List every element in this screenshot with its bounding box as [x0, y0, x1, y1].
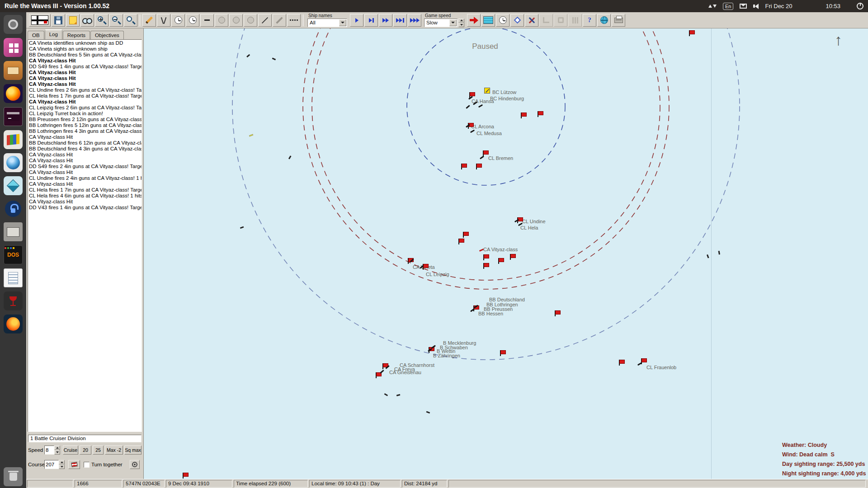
log-entry[interactable]: CA Vityaz-class Hit — [29, 181, 142, 187]
ship-flag-marker[interactable] — [476, 164, 482, 169]
log-entry[interactable]: CA Vityaz-class Hit — [29, 75, 142, 81]
ship-flag-marker[interactable] — [641, 358, 647, 364]
command-button-cruise[interactable]: Cruise — [63, 446, 78, 455]
text-editor-icon[interactable] — [4, 268, 23, 287]
clock-date[interactable]: Fri Dec 20 — [765, 3, 792, 9]
dropdown-button[interactable] — [449, 19, 457, 26]
binoculars-button[interactable] — [80, 14, 94, 27]
playonlinux-icon[interactable] — [4, 153, 23, 172]
clock-time[interactable]: 10:53 — [826, 3, 840, 9]
log-entry[interactable]: CL Undine fires 2 4in guns at CA Vityaz-… — [29, 175, 142, 181]
firefox-icon[interactable] — [4, 84, 23, 103]
zoom-default-button[interactable] — [124, 14, 137, 27]
save-button[interactable] — [52, 14, 65, 27]
ship-flag-marker[interactable] — [689, 30, 695, 36]
log-entry[interactable]: CA Vineta sights an unknown ship — [29, 46, 142, 52]
nation-flag-button[interactable] — [29, 14, 51, 27]
ship-flag-marker[interactable] — [183, 473, 189, 479]
signal-book-button[interactable] — [510, 14, 524, 27]
window-icon[interactable] — [4, 222, 23, 241]
ship-flag-marker[interactable] — [458, 239, 465, 244]
ship-label[interactable]: CL Medusa — [476, 131, 502, 136]
clock-button-2[interactable] — [186, 14, 199, 27]
range-circle-button-3[interactable] — [244, 14, 257, 27]
ship-flag-marker[interactable] — [521, 113, 527, 118]
log-entry[interactable]: CA Vityaz-class Hit — [29, 152, 142, 158]
spin-down-icon[interactable] — [59, 465, 65, 469]
dosbox-icon[interactable]: DOS — [4, 245, 23, 264]
turn-together-checkbox[interactable] — [84, 462, 90, 468]
zoom-in-button[interactable] — [95, 14, 108, 27]
ship-flag-marker[interactable] — [483, 150, 489, 156]
log-entry[interactable]: CA Vityaz-class Hit — [29, 99, 142, 105]
formation-settings-button[interactable] — [130, 460, 140, 469]
line-tool-button[interactable] — [258, 14, 272, 27]
command-button-20[interactable]: 20 — [80, 446, 91, 455]
time-button[interactable] — [496, 14, 509, 27]
run-step-button-2[interactable] — [364, 14, 378, 27]
ship-names-select[interactable]: All — [307, 19, 347, 27]
log-entry[interactable]: CA Vityaz-class Hit — [29, 169, 142, 175]
speaker-icon[interactable] — [753, 4, 759, 9]
log-entry[interactable]: CL Hela fires 1 7in guns at CA Vityaz-cl… — [29, 187, 142, 193]
trash-icon[interactable] — [4, 467, 23, 486]
log-entry[interactable]: DD V43 fires 1 4in guns at CA Vityaz-cla… — [29, 205, 142, 211]
signal-flag-button[interactable] — [68, 460, 80, 469]
log-entry[interactable]: CA Vityaz-class Hit — [29, 158, 142, 164]
log-entry[interactable]: CA Vineta identifies unknown ship as DD — [29, 40, 142, 46]
tab-objectives[interactable]: Objectives — [90, 31, 124, 39]
log-entry[interactable]: CL Hela fires 1 7in guns at CA Vityaz-cl… — [29, 93, 142, 99]
speed-input[interactable]: 8 — [44, 446, 60, 455]
log-entry[interactable]: CL Hela fires 4 6in guns at CA Vityaz-cl… — [29, 193, 142, 199]
ship-flag-marker[interactable] — [461, 164, 467, 169]
terminal-icon[interactable] — [4, 107, 23, 126]
course-spinner[interactable] — [59, 460, 65, 469]
ship-label[interactable]: CA Gneisenau — [389, 370, 421, 375]
range-circle-button-2[interactable] — [229, 14, 243, 27]
dropdown-button[interactable] — [339, 19, 346, 26]
spin-up-icon[interactable] — [59, 460, 65, 465]
ship-flag-marker[interactable] — [500, 350, 506, 356]
log-entry[interactable]: CL Leipzig Turret back in action! — [29, 111, 142, 117]
globe-button[interactable] — [597, 14, 611, 27]
ship-flag-marker[interactable] — [619, 360, 625, 366]
power-icon[interactable] — [857, 3, 863, 9]
command-button-max-2[interactable]: Max -2 — [105, 446, 123, 455]
log-entry[interactable]: BB Deutschland fires 4 3in guns at CA Vi… — [29, 146, 142, 152]
activities-icon[interactable] — [4, 15, 23, 34]
log-entry[interactable]: CA Vityaz-class Hit — [29, 134, 142, 140]
updown-arrows-icon[interactable] — [708, 5, 717, 8]
ship-label[interactable]: BC Hindenburg — [490, 96, 524, 101]
range-circle-button-1[interactable] — [215, 14, 228, 27]
keyring-icon[interactable] — [4, 199, 23, 218]
browser-icon[interactable] — [4, 314, 23, 333]
ship-label[interactable]: B Zähringen — [433, 353, 460, 358]
ship-flag-marker[interactable] — [498, 258, 505, 264]
log-entry[interactable]: CA Vityaz-class Hit — [29, 70, 142, 75]
run-step-button-1[interactable] — [350, 14, 363, 27]
ship-label[interactable]: CL Undine — [522, 219, 546, 224]
minus-button[interactable] — [200, 14, 214, 27]
selected-ship-marker[interactable] — [484, 88, 490, 94]
dotted-line-button[interactable] — [287, 14, 301, 27]
run-step-button-4[interactable] — [393, 14, 407, 27]
log-entry[interactable]: BB Lothringen fires 4 3in guns at CA Vit… — [29, 128, 142, 134]
log-entry[interactable]: CL Leipzig fires 2 6in guns at CA Vityaz… — [29, 105, 142, 111]
command-button-sq-max[interactable]: Sq max — [124, 446, 142, 455]
files-icon[interactable] — [4, 61, 23, 80]
ship-flag-marker[interactable] — [463, 232, 469, 238]
zoom-out-button[interactable] — [109, 14, 123, 27]
course-input[interactable]: 207 — [44, 460, 65, 469]
spin-up-icon[interactable] — [458, 19, 464, 23]
log-entry[interactable]: DD S49 fires 1 4in guns at CA Vityaz-cla… — [29, 64, 142, 70]
speed-spinner[interactable] — [54, 446, 60, 455]
ship-label[interactable]: CL Leipzig — [426, 272, 449, 277]
tab-reports[interactable]: Reports — [63, 31, 90, 39]
ship-flag-marker[interactable] — [423, 264, 429, 270]
log-entry[interactable]: BB Preussen fires 2 12in guns at CA Vity… — [29, 117, 142, 122]
ship-flag-marker[interactable] — [510, 254, 516, 260]
ship-label[interactable]: CL Arcona — [471, 124, 494, 129]
course-value[interactable]: 207 — [44, 460, 59, 469]
map-view-button[interactable] — [481, 14, 495, 27]
speed-value[interactable]: 8 — [44, 446, 54, 455]
